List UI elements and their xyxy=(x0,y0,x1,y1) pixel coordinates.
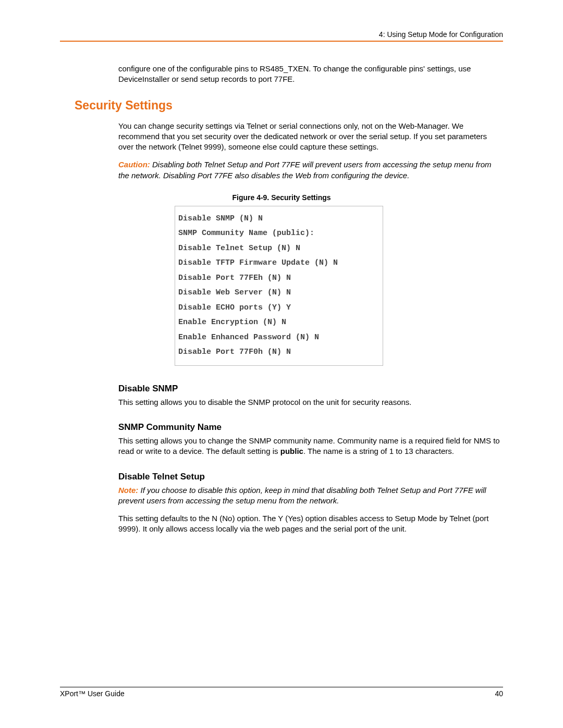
code-line-7: Enable Encryption (N) N xyxy=(178,318,286,327)
code-line-2: Disable Telnet Setup (N) N xyxy=(178,244,300,253)
footer-left: XPort™ User Guide xyxy=(60,689,125,698)
note-label: Note: xyxy=(118,486,138,495)
section-heading-security-settings: Security Settings xyxy=(75,98,503,113)
disable-telnet-block: Note: If you choose to disable this opti… xyxy=(118,485,503,535)
footer-page-number: 40 xyxy=(495,689,503,698)
code-line-6: Disable ECHO ports (Y) Y xyxy=(178,303,291,312)
figure-caption: Figure 4-9. Security Settings xyxy=(60,193,503,202)
code-line-9: Disable Port 77F0h (N) N xyxy=(178,348,291,356)
security-intro-block: You can change security settings via Tel… xyxy=(118,121,503,181)
code-line-0: Disable SNMP (N) N xyxy=(178,214,263,223)
header-rule xyxy=(60,41,503,42)
disable-telnet-note: Note: If you choose to disable this opti… xyxy=(118,485,503,507)
subheading-disable-snmp: Disable SNMP xyxy=(118,384,503,394)
intro-paragraph-block: configure one of the configurable pins t… xyxy=(118,64,503,85)
caution-label: Caution: xyxy=(118,160,150,169)
intro-paragraph: configure one of the configurable pins t… xyxy=(118,64,503,85)
disable-telnet-text: This setting defaults to the N (No) opti… xyxy=(118,513,503,535)
subheading-disable-telnet-setup: Disable Telnet Setup xyxy=(118,472,503,482)
disable-snmp-block: This setting allows you to disable the S… xyxy=(118,397,503,408)
code-line-4: Disable Port 77FEh (N) N xyxy=(178,274,291,282)
disable-snmp-text: This setting allows you to disable the S… xyxy=(118,397,503,408)
snmp-community-block: This setting allows you to change the SN… xyxy=(118,436,503,457)
figure-code-box: Disable SNMP (N) N SNMP Community Name (… xyxy=(175,206,383,366)
code-line-3: Disable TFTP Firmware Update (N) N xyxy=(178,258,338,267)
snmp-community-text: This setting allows you to change the SN… xyxy=(118,436,503,457)
note-text: If you choose to disable this option, ke… xyxy=(118,486,486,505)
code-line-8: Enable Enhanced Password (N) N xyxy=(178,333,319,342)
security-intro-text: You can change security settings via Tel… xyxy=(118,121,503,153)
caution-paragraph: Caution: Disabling both Telnet Setup and… xyxy=(118,159,503,181)
snmp-community-bold: public xyxy=(280,447,303,455)
subheading-snmp-community-name: SNMP Community Name xyxy=(118,422,503,433)
footer-row: XPort™ User Guide 40 xyxy=(60,689,503,698)
caution-text: Disabling both Telnet Setup and Port 77F… xyxy=(118,160,492,179)
page: 4: Using Setup Mode for Configuration co… xyxy=(0,0,563,728)
page-footer: XPort™ User Guide 40 xyxy=(60,687,503,698)
code-line-5: Disable Web Server (N) N xyxy=(178,288,291,297)
footer-rule xyxy=(60,687,503,687)
code-line-1: SNMP Community Name (public): xyxy=(178,229,314,238)
header-chapter: 4: Using Setup Mode for Configuration xyxy=(60,30,503,41)
snmp-community-after: . The name is a string of 1 to 13 charac… xyxy=(303,447,454,455)
